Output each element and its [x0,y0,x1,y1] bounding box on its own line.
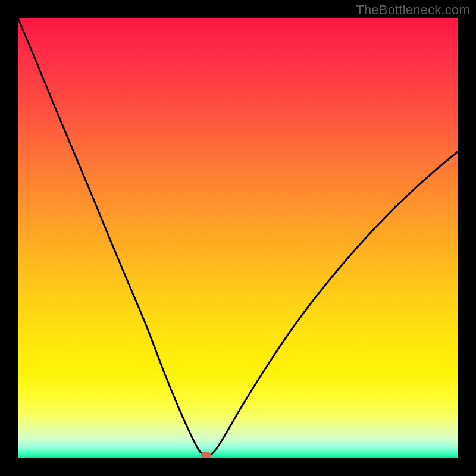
bottleneck-curve [18,18,458,458]
watermark-text: TheBottleneck.com [356,2,470,18]
plot-area [18,18,458,458]
chart-frame: TheBottleneck.com [0,0,476,476]
optimal-point-marker [201,452,211,458]
